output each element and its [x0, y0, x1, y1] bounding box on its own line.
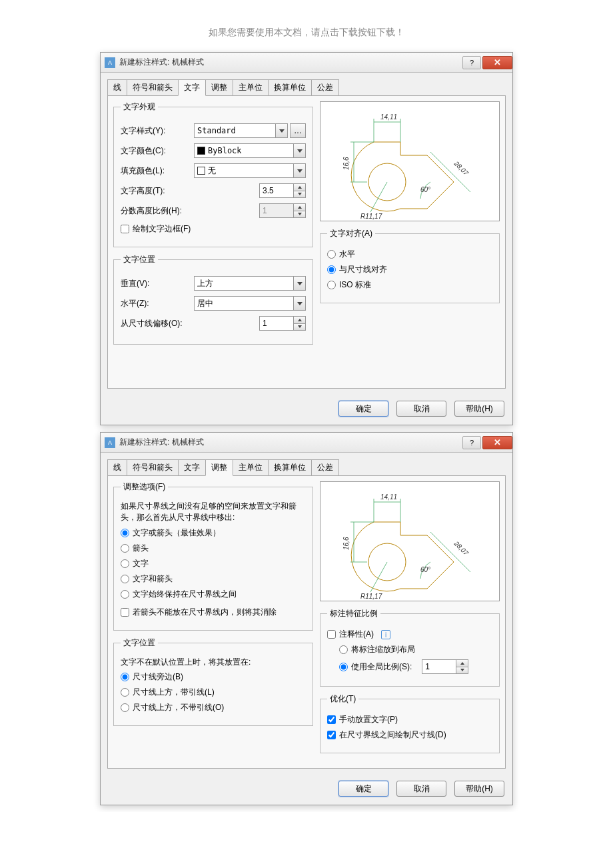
cancel-button[interactable]: 取消	[396, 781, 446, 797]
spinner-down-icon[interactable]	[294, 191, 305, 198]
spinner-down-icon[interactable]	[456, 667, 468, 674]
preview-pane: 14,11 16,6 28,07 60° R11,17	[320, 481, 500, 601]
text-placement-group: 文字位置 文字不在默认位置上时，将其放置在: 尺寸线旁边(B) 尺寸线上方，带引…	[113, 637, 313, 727]
info-icon[interactable]: i	[381, 630, 390, 639]
text-color-combo[interactable]: ByBlock	[194, 143, 306, 158]
svg-text:14,11: 14,11	[380, 113, 397, 121]
chevron-down-icon[interactable]	[293, 297, 305, 310]
tab-text[interactable]: 文字	[178, 459, 206, 475]
manual-text-checkbox[interactable]	[327, 715, 336, 724]
app-icon: A	[105, 57, 115, 68]
vertical-combo[interactable]: 上方	[194, 276, 306, 291]
horizontal-combo[interactable]: 居中	[194, 296, 306, 311]
text-height-label: 文字高度(T):	[121, 185, 194, 197]
dim-style-dialog-text: A 新建标注样式: 机械样式 ? ✕ 线 符号和箭头 文字 调整 主单位 换算单…	[100, 52, 513, 425]
global-scale-input[interactable]	[422, 660, 456, 673]
cancel-button[interactable]: 取消	[396, 401, 446, 417]
fit-best-label: 文字或箭头（最佳效果）	[133, 527, 221, 539]
draw-dimline-label: 在尺寸界线之间绘制尺寸线(D)	[339, 729, 446, 741]
fit-both-radio[interactable]	[121, 575, 129, 583]
help-button[interactable]: 帮助(H)	[454, 401, 504, 417]
tab-text[interactable]: 文字	[178, 79, 206, 96]
draw-frame-label: 绘制文字边框(F)	[133, 223, 191, 235]
fit-best-radio[interactable]	[121, 529, 129, 537]
textpos-legend: 文字位置	[121, 637, 158, 649]
app-icon: A	[105, 437, 115, 448]
fit-always-radio[interactable]	[121, 590, 129, 599]
text-position-group: 文字位置 垂直(V): 上方 水平(Z): 居中 从尺寸线偏移(O):	[113, 254, 313, 345]
chevron-down-icon[interactable]	[293, 164, 305, 177]
refine-group: 优化(T) 手动放置文字(P) 在尺寸界线之间绘制尺寸线(D)	[320, 693, 500, 753]
text-height-input[interactable]	[260, 184, 293, 197]
fraction-height-input	[260, 204, 293, 217]
fit-intro: 如果尺寸界线之间没有足够的空间来放置文字和箭头，那么首先从尺寸界线中移出:	[121, 501, 306, 523]
ok-button[interactable]: 确定	[338, 401, 388, 417]
align-horizontal-radio[interactable]	[327, 250, 336, 259]
position-legend: 文字位置	[121, 254, 158, 265]
scale-layout-radio[interactable]	[339, 645, 348, 654]
tab-line[interactable]: 线	[107, 459, 127, 475]
scale-global-radio[interactable]	[339, 663, 348, 671]
draw-dimline-checkbox[interactable]	[327, 731, 336, 739]
fit-always-label: 文字始终保持在尺寸界线之间	[133, 589, 237, 600]
spinner-up-icon[interactable]	[294, 317, 305, 324]
spinner-up-icon[interactable]	[294, 184, 305, 191]
fit-options-group: 调整选项(F) 如果尺寸界线之间没有足够的空间来放置文字和箭头，那么首先从尺寸界…	[113, 481, 313, 631]
scale-legend: 标注特征比例	[327, 608, 380, 619]
help-button[interactable]: 帮助(H)	[454, 781, 504, 797]
color-swatch-icon	[197, 167, 205, 175]
align-legend: 文字对齐(A)	[327, 228, 375, 239]
fit-text-radio[interactable]	[121, 559, 129, 568]
tab-tol[interactable]: 公差	[311, 79, 339, 95]
svg-text:28,07: 28,07	[452, 159, 470, 177]
over-leader-radio[interactable]	[121, 688, 129, 697]
text-style-combo[interactable]: Standard	[194, 123, 288, 138]
fit-arrows-label: 箭头	[133, 543, 149, 554]
appearance-legend: 文字外观	[121, 101, 158, 113]
tab-tol[interactable]: 公差	[311, 459, 339, 475]
help-button-icon[interactable]: ?	[462, 436, 481, 449]
scale-group: 标注特征比例 注释性(A)i 将标注缩放到布局 使用全局比例(S):	[320, 608, 500, 687]
svg-text:16,6: 16,6	[342, 157, 350, 170]
align-iso-radio[interactable]	[327, 281, 336, 289]
tab-primary[interactable]: 主单位	[233, 459, 269, 475]
tab-line[interactable]: 线	[107, 79, 127, 95]
fraction-height-spinner	[259, 203, 306, 218]
text-appearance-group: 文字外观 文字样式(Y): Standard … 文字颜色(C): ByBloc…	[113, 101, 313, 247]
close-button[interactable]: ✕	[482, 56, 512, 69]
suppress-arrows-checkbox[interactable]	[121, 608, 129, 617]
tab-fit[interactable]: 调整	[205, 459, 233, 476]
svg-text:60°: 60°	[420, 186, 430, 193]
chevron-down-icon[interactable]	[293, 277, 305, 290]
titlebar: A 新建标注样式: 机械样式 ? ✕	[101, 433, 512, 453]
tab-alt[interactable]: 换算单位	[268, 459, 312, 475]
text-style-more-button[interactable]: …	[290, 123, 306, 138]
titlebar: A 新建标注样式: 机械样式 ? ✕	[101, 53, 512, 73]
beside-dimline-radio[interactable]	[121, 673, 129, 681]
help-button-icon[interactable]: ?	[462, 56, 481, 69]
chevron-down-icon[interactable]	[293, 144, 305, 157]
tab-fit[interactable]: 调整	[205, 79, 233, 95]
spinner-up-icon[interactable]	[456, 660, 468, 667]
vertical-value: 上方	[197, 278, 213, 289]
draw-frame-checkbox[interactable]	[121, 225, 129, 233]
chevron-down-icon[interactable]	[275, 124, 287, 137]
offset-input[interactable]	[260, 317, 293, 330]
offset-spinner[interactable]	[259, 316, 306, 331]
over-noleader-radio[interactable]	[121, 703, 129, 712]
tab-alt[interactable]: 换算单位	[268, 79, 312, 95]
fill-color-combo[interactable]: 无	[194, 163, 306, 178]
document-notice: 如果您需要使用本文档，请点击下载按钮下载！	[0, 0, 613, 52]
text-height-spinner[interactable]	[259, 183, 306, 198]
tab-symbols[interactable]: 符号和箭头	[127, 79, 179, 95]
ok-button[interactable]: 确定	[338, 781, 388, 797]
tab-primary[interactable]: 主单位	[233, 79, 269, 95]
svg-text:16,6: 16,6	[342, 537, 350, 550]
fit-arrows-radio[interactable]	[121, 544, 129, 553]
annotative-checkbox[interactable]	[327, 630, 336, 639]
global-scale-spinner[interactable]	[422, 659, 468, 674]
tab-symbols[interactable]: 符号和箭头	[127, 459, 179, 475]
align-dimline-radio[interactable]	[327, 265, 336, 274]
spinner-down-icon[interactable]	[294, 324, 305, 331]
close-button[interactable]: ✕	[482, 436, 512, 449]
